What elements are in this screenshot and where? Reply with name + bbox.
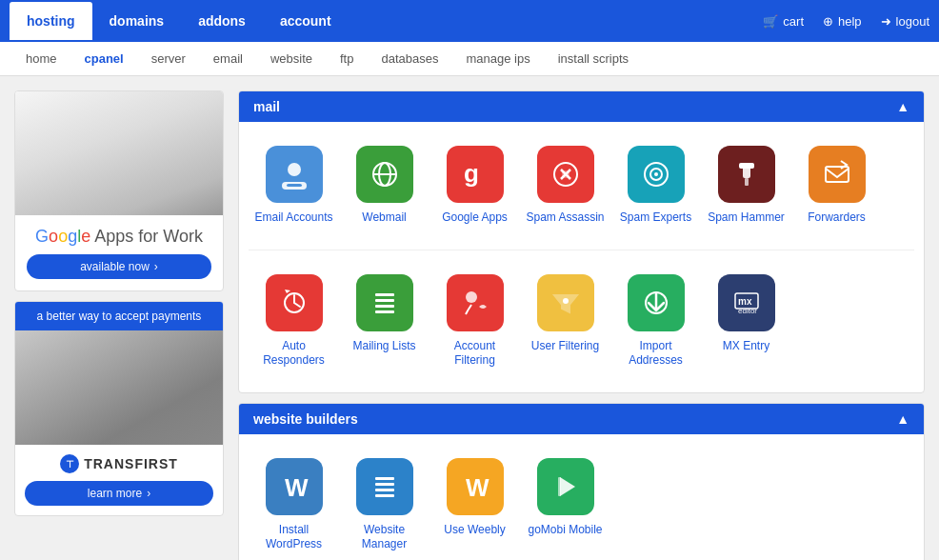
website-builders-header: website builders ▲ <box>239 404 924 434</box>
mx-entry-item[interactable]: mxeditor MX Entry <box>701 265 791 378</box>
subnav-cpanel[interactable]: cpanel <box>73 44 135 73</box>
nav-domains[interactable]: domains <box>92 2 182 40</box>
svg-point-21 <box>466 291 477 303</box>
use-weebly-item[interactable]: W Use Weebly <box>430 449 520 560</box>
website-builders-collapse-icon[interactable]: ▲ <box>896 411 909 427</box>
transfirst-image <box>15 330 223 445</box>
auto-responders-label: Auto Responders <box>253 339 334 369</box>
account-filtering-item[interactable]: Account Filtering <box>430 265 520 378</box>
subnav-databases[interactable]: databases <box>370 44 450 73</box>
google-apps-content: Google Apps for Work available now › <box>15 215 223 290</box>
spam-experts-icon <box>628 146 685 203</box>
nav-addons[interactable]: addons <box>181 2 263 40</box>
google-apps-image <box>15 91 223 215</box>
webmail-item[interactable]: Webmail <box>339 136 430 235</box>
learn-more-button[interactable]: learn more › <box>25 481 213 506</box>
second-nav: home cpanel server email website ftp dat… <box>0 42 939 76</box>
nav-hosting[interactable]: hosting <box>10 2 92 40</box>
gomobi-item[interactable]: goMobi Mobile <box>520 449 610 560</box>
gomobi-icon <box>537 458 594 515</box>
svg-text:mx: mx <box>738 296 752 307</box>
transfirst-ad: a better way to accept payments ⊤ TRANSF… <box>14 301 224 516</box>
nav-logout[interactable]: ➜ logout <box>881 14 929 29</box>
mailing-lists-icon <box>356 274 413 331</box>
sidebar: Google Apps for Work available now › a b… <box>14 90 224 560</box>
available-now-label: available now <box>80 260 150 273</box>
auto-responders-item[interactable]: Auto Responders <box>249 265 339 378</box>
spam-experts-item[interactable]: Spam Experts <box>610 136 701 235</box>
webmail-label: Webmail <box>362 210 406 226</box>
website-manager-icon <box>356 458 413 515</box>
svg-rect-20 <box>375 310 394 313</box>
top-nav-right: 🛒 cart ⊕ help ➜ logout <box>763 14 929 29</box>
subnav-email[interactable]: email <box>202 44 254 73</box>
website-manager-item[interactable]: Website Manager <box>339 449 430 560</box>
nav-cart[interactable]: 🛒 cart <box>763 14 804 29</box>
svg-text:g: g <box>464 159 479 188</box>
svg-rect-29 <box>375 483 394 486</box>
svg-text:editor: editor <box>738 307 757 315</box>
webmail-icon <box>356 146 413 203</box>
google-gl: g <box>68 227 77 246</box>
spam-assassin-item[interactable]: Spam Assassin <box>520 136 610 235</box>
google-apps-text: Apps for Work <box>94 227 203 246</box>
mail-icon-grid-2: Auto Responders Mailing Lists Account Fi… <box>239 250 924 392</box>
auto-responders-icon <box>266 274 323 331</box>
transfirst-logo-icon: ⊤ <box>60 454 79 473</box>
website-builders-title: website builders <box>253 411 358 427</box>
mail-icon-grid: Email Accounts Webmail g Google Apps <box>239 122 924 250</box>
svg-rect-2 <box>287 184 302 187</box>
nav-help[interactable]: ⊕ help <box>823 14 862 29</box>
person-silhouette-graphic <box>15 330 223 445</box>
paper-stack-graphic <box>15 91 223 215</box>
top-nav-left: hosting domains addons account <box>10 2 349 40</box>
available-now-button[interactable]: available now › <box>27 254 211 279</box>
nav-account[interactable]: account <box>263 2 349 40</box>
website-builders-icon-grid: W Install WordPress Website Manager W Us… <box>239 434 924 560</box>
google-apps-ad: Google Apps for Work available now › <box>14 90 224 291</box>
cart-label: cart <box>783 14 804 29</box>
forwarders-icon <box>809 146 866 203</box>
import-addresses-item[interactable]: Import Addresses <box>610 265 701 378</box>
spam-experts-label: Spam Experts <box>620 210 691 226</box>
chevron-right-icon: › <box>154 260 158 273</box>
mx-entry-icon: mxeditor <box>718 274 775 331</box>
svg-point-0 <box>288 163 301 176</box>
mailing-lists-item[interactable]: Mailing Lists <box>339 265 430 378</box>
logout-label: logout <box>896 14 929 29</box>
google-o2: o <box>58 227 68 246</box>
email-accounts-icon <box>266 146 323 203</box>
import-addresses-icon <box>628 274 685 331</box>
spam-hammer-item[interactable]: Spam Hammer <box>701 136 791 235</box>
cart-icon: 🛒 <box>763 14 778 29</box>
forwarders-item[interactable]: Forwarders <box>791 136 882 235</box>
svg-text:W: W <box>466 473 489 502</box>
svg-rect-18 <box>375 299 394 302</box>
website-manager-label: Website Manager <box>344 523 425 552</box>
mail-section-header: mail ▲ <box>239 91 924 122</box>
subnav-manage-ips[interactable]: manage ips <box>454 44 541 73</box>
google-apps-item[interactable]: g Google Apps <box>430 136 520 235</box>
svg-rect-13 <box>739 163 754 169</box>
subnav-install-scripts[interactable]: install scripts <box>547 44 640 73</box>
account-filtering-icon <box>447 274 504 331</box>
top-nav: hosting domains addons account 🛒 cart ⊕ … <box>0 0 939 42</box>
svg-rect-31 <box>375 494 394 497</box>
svg-rect-34 <box>558 477 561 496</box>
use-weebly-icon: W <box>447 458 504 515</box>
install-wordpress-item[interactable]: W Install WordPress <box>249 449 339 560</box>
subnav-website[interactable]: website <box>259 44 324 73</box>
svg-marker-33 <box>560 477 575 496</box>
subnav-ftp[interactable]: ftp <box>329 44 365 73</box>
mail-collapse-icon[interactable]: ▲ <box>896 99 909 114</box>
transfirst-logo: ⊤ TRANSFIRST <box>25 454 213 473</box>
learn-more-label: learn more <box>88 487 142 500</box>
content-area: mail ▲ Email Accounts Webmail <box>238 90 925 560</box>
email-accounts-item[interactable]: Email Accounts <box>249 136 339 235</box>
forwarders-label: Forwarders <box>808 210 866 226</box>
subnav-server[interactable]: server <box>140 44 197 73</box>
user-filtering-item[interactable]: User Filtering <box>520 265 610 378</box>
email-accounts-label: Email Accounts <box>254 210 332 226</box>
subnav-home[interactable]: home <box>14 44 69 73</box>
help-label: help <box>838 14 862 29</box>
